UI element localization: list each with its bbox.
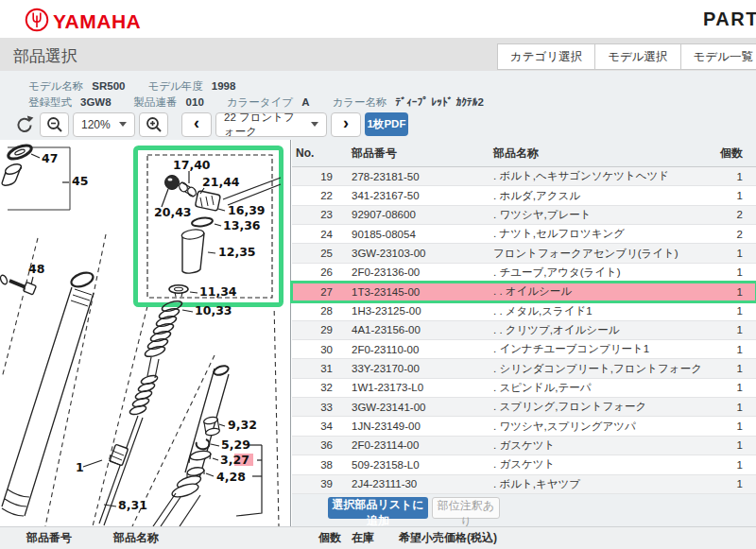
table-cell: 24 [292,229,337,240]
table-cell: . . メタル,スライド1 [479,304,704,318]
table-cell: 278-23181-50 [337,171,479,182]
table-row[interactable]: 302F0-23110-00. インナチユーブコンプリート11 [292,340,756,359]
table-cell: 38 [292,459,337,471]
table-cell: 23 [292,209,337,220]
table-cell: . チユーブ,アウタ(ライト) [479,266,704,280]
next-page-button[interactable]: › [331,112,361,137]
figure-select[interactable]: 22 フロントフォーク [215,112,327,137]
table-row[interactable]: 262F0-23136-00. チユーブ,アウタ(ライト)1 [292,264,756,283]
table-cell: 1 [704,478,756,489]
table-cell: 509-23158-L0 [337,459,479,471]
diagram-panel[interactable]: 474517,4021,4420,4316,3913,3612,354811,3… [0,140,291,526]
table-cell: 2 [704,209,756,220]
diagram-label[interactable]: 5,29 [221,437,250,452]
diagram-label[interactable]: 11,34 [199,284,237,299]
table-row[interactable]: 294A1-23156-00. . クリツプ,オイルシール1 [292,321,756,340]
pdf-button[interactable]: 1枚PDF [365,112,408,136]
col-no: No. [292,146,337,160]
diagram-label[interactable]: 20,43 [154,205,192,219]
table-cell: フロントフォークアセンブリ(ライト) [479,247,704,261]
diagram-label[interactable]: 45 [72,174,88,188]
prev-page-button[interactable]: ‹ [181,112,212,137]
yamaha-tuning-fork-icon [25,8,49,36]
diagram-label[interactable]: 4,28 [216,470,246,484]
model-info-value: SR500 [92,80,125,92]
diagram-label[interactable]: 1 [76,460,84,474]
col-qty: 個数 [704,146,756,162]
table-cell: . ワツシヤ,スプリングアツパ [479,420,704,434]
parts-wordmark: PARTS [703,9,756,30]
table-cell: 1 [704,344,756,355]
zoom-out-icon [45,115,64,134]
figure-select-value: 22 フロントフォーク [224,111,305,139]
table-cell: 1 [704,324,756,335]
diagram-label[interactable]: 47 [42,151,58,165]
table-cell: 90185-08054 [337,229,479,240]
model-info-label: モデル年度 [147,80,202,92]
nav-button-group: カテゴリ選択モデル選択モデル一覧絵目次 [498,43,756,70]
nav-button-1[interactable]: モデル選択 [594,43,680,70]
table-row[interactable]: 253GW-23103-00フロントフォークアセンブリ(ライト)1 [292,244,756,263]
table-cell: 1 [704,439,756,451]
table-row[interactable]: 281H3-23125-00. . メタル,スライド11 [292,301,756,320]
footer-column-label: 希望小売価格(税込) [399,527,497,549]
main-area: 474517,4021,4420,4316,3913,3612,354811,3… [0,140,756,526]
nav-button-2[interactable]: モデル一覧 [680,43,756,70]
table-cell: 2F0-23114-00 [337,439,479,451]
table-cell: . スピンドル,テーパ [479,381,704,395]
table-row[interactable]: 271T3-23145-00. . オイルシール1 [292,283,756,301]
fork-diagram: 474517,4021,4420,4316,3913,3612,354811,3… [0,140,291,526]
table-cell: . インナチユーブコンプリート1 [479,342,704,356]
diagram-label[interactable]: 8,31 [118,498,147,512]
table-cell: 341-23167-50 [337,190,479,201]
diagram-label[interactable]: 13,36 [223,218,261,232]
model-info: モデル名称SR500モデル年度1998登録型式3GW8製品連番010カラータイプ… [28,78,507,111]
diagram-label[interactable]: 21,44 [202,175,240,189]
zoom-in-button[interactable] [139,112,168,137]
table-row[interactable]: 2392907-08600. ワツシヤ,プレート2 [292,206,756,225]
diagram-label[interactable]: 17,40 [173,158,211,172]
table-cell: 30 [292,344,337,355]
table-cell: 33 [292,402,337,413]
zoom-out-button[interactable] [40,112,69,137]
nav-button-0[interactable]: カテゴリ選択 [497,43,595,70]
table-cell: 27 [292,286,337,298]
diagram-label[interactable]: 16,39 [228,203,266,217]
table-row[interactable]: 3133Y-23170-00. シリンダコンプリート,フロントフォーク1 [292,359,756,378]
model-info-value: ﾃﾞｨｰﾌﾟ ﾚｯﾄﾞ ｶｸﾃﾙ2 [396,96,484,108]
parts-table-panel: No. 部品番号 部品名称 個数 19278-23181-50. ボルト,ヘキサ… [292,140,756,526]
add-to-list-button[interactable]: 選択部品リストに追加 [328,497,428,519]
table-row[interactable]: 22341-23167-50. ホルダ,アクスル1 [292,186,756,205]
table-row[interactable]: 321W1-23173-L0. スピンドル,テーパ1 [292,379,756,398]
table-cell: 31 [292,363,337,374]
diagram-label[interactable]: 9,32 [228,418,257,432]
table-cell: 25 [292,248,337,259]
refresh-button[interactable] [13,112,36,137]
table-row[interactable]: 333GW-23141-00. スプリング,フロントフォーク1 [292,398,756,417]
diagram-label[interactable]: 48 [28,262,44,276]
table-row[interactable]: 392J4-23111-30. ボルト,キヤツプ1 [292,475,756,494]
diagram-label[interactable]: 12,35 [218,245,256,259]
table-row[interactable]: 362F0-23114-00. ガスケツト1 [292,437,756,455]
zoom-level-select[interactable]: 120% [73,112,135,137]
col-part-number: 部品番号 [337,146,479,162]
table-row[interactable]: 19278-23181-50. ボルト,ヘキサゴンソケツトヘツド1 [292,167,756,186]
yamaha-logo: YAMAHA [25,8,141,36]
table-cell: 2F0-23136-00 [337,266,479,278]
model-info-value: 010 [186,96,204,108]
table-cell: 28 [292,305,337,317]
model-info-row: モデル名称SR500モデル年度1998 [28,78,507,94]
footer-column-label: 部品名称 [113,527,159,549]
model-info-label: カラータイプ [227,96,293,108]
part-note-button[interactable]: 部位注釈あり [432,497,500,519]
diagram-label[interactable]: 10,33 [195,303,232,317]
table-row[interactable]: 341JN-23149-00. ワツシヤ,スプリングアツパ1 [292,417,756,436]
table-row[interactable]: 2490185-08054. ナツト,セルフロツキング2 [292,225,756,244]
table-cell: 32 [292,382,337,393]
footer-column-label: 個数 [318,527,341,549]
table-cell: 1 [704,420,756,432]
table-cell: 2F0-23110-00 [337,344,479,355]
diagram-label[interactable]: 3,27 [220,453,249,467]
table-row[interactable]: 38509-23158-L0. ガスケツト1 [292,455,756,474]
yamaha-wordmark: YAMAHA [53,10,141,33]
